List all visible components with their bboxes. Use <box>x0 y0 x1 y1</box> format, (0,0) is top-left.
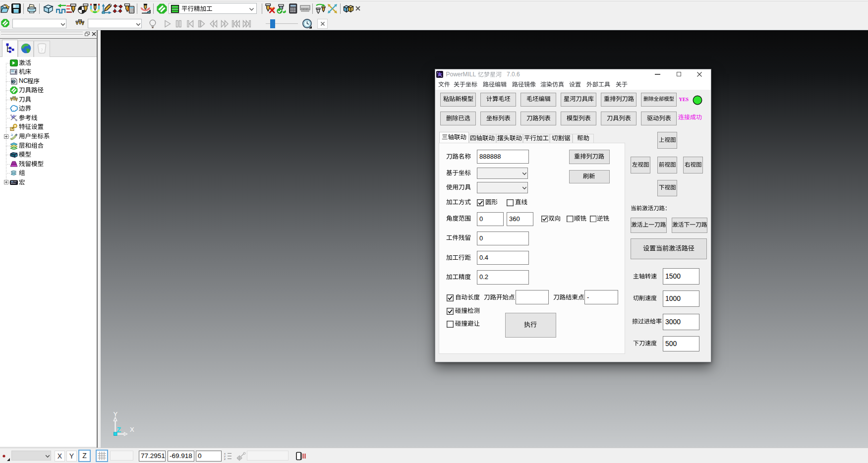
svg-text:z: z <box>224 458 226 461</box>
svg-text:Y: Y <box>114 411 118 418</box>
svg-text:Z: Z <box>117 426 121 434</box>
svg-text:X: X <box>130 426 134 433</box>
